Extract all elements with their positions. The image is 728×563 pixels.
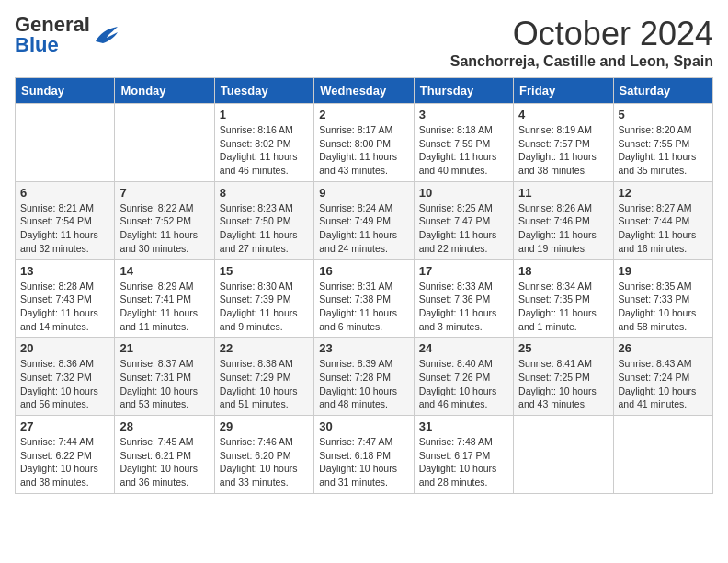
calendar-cell: 8Sunrise: 8:23 AM Sunset: 7:50 PM Daylig… [214, 181, 313, 259]
calendar-week-row: 27Sunrise: 7:44 AM Sunset: 6:22 PM Dayli… [16, 416, 713, 494]
day-info: Sunrise: 8:41 AM Sunset: 7:25 PM Dayligh… [518, 357, 608, 411]
calendar-cell [16, 104, 115, 182]
day-info: Sunrise: 8:34 AM Sunset: 7:35 PM Dayligh… [518, 280, 608, 334]
page-header: General Blue October 2024 Sanchorreja, C… [15, 15, 713, 70]
day-number: 30 [319, 419, 408, 433]
day-of-week-header: Monday [115, 78, 214, 104]
calendar-cell: 26Sunrise: 8:43 AM Sunset: 7:24 PM Dayli… [613, 338, 712, 416]
day-info: Sunrise: 8:21 AM Sunset: 7:54 PM Dayligh… [20, 201, 109, 256]
calendar-cell: 5Sunrise: 8:20 AM Sunset: 7:55 PM Daylig… [613, 104, 712, 182]
month-year-title: October 2024 [450, 15, 713, 53]
day-info: Sunrise: 8:24 AM Sunset: 7:49 PM Dayligh… [319, 201, 408, 256]
calendar-cell: 31Sunrise: 7:48 AM Sunset: 6:17 PM Dayli… [414, 416, 513, 494]
location-subtitle: Sanchorreja, Castille and Leon, Spain [450, 53, 713, 70]
calendar-cell: 15Sunrise: 8:30 AM Sunset: 7:39 PM Dayli… [214, 259, 313, 338]
title-block: October 2024 Sanchorreja, Castille and L… [450, 15, 713, 70]
logo-bird-icon [94, 25, 119, 45]
day-info: Sunrise: 8:25 AM Sunset: 7:47 PM Dayligh… [419, 201, 508, 256]
day-number: 24 [419, 341, 508, 355]
day-info: Sunrise: 7:44 AM Sunset: 6:22 PM Dayligh… [20, 435, 109, 489]
day-info: Sunrise: 8:36 AM Sunset: 7:32 PM Dayligh… [20, 357, 109, 411]
calendar-cell: 23Sunrise: 8:39 AM Sunset: 7:28 PM Dayli… [314, 338, 414, 416]
calendar-cell: 21Sunrise: 8:37 AM Sunset: 7:31 PM Dayli… [115, 338, 214, 416]
day-info: Sunrise: 7:46 AM Sunset: 6:20 PM Dayligh… [220, 435, 309, 489]
day-number: 15 [220, 264, 309, 278]
calendar-cell: 27Sunrise: 7:44 AM Sunset: 6:22 PM Dayli… [16, 416, 115, 494]
calendar-cell: 16Sunrise: 8:31 AM Sunset: 7:38 PM Dayli… [314, 259, 414, 338]
day-info: Sunrise: 8:19 AM Sunset: 7:57 PM Dayligh… [518, 123, 608, 178]
day-number: 3 [419, 108, 508, 121]
day-info: Sunrise: 8:37 AM Sunset: 7:31 PM Dayligh… [119, 357, 209, 411]
day-of-week-header: Thursday [414, 78, 513, 104]
day-number: 11 [518, 186, 608, 200]
calendar-cell: 19Sunrise: 8:35 AM Sunset: 7:33 PM Dayli… [613, 259, 712, 338]
day-number: 16 [319, 264, 408, 278]
day-info: Sunrise: 8:29 AM Sunset: 7:41 PM Dayligh… [119, 280, 209, 334]
day-number: 26 [619, 341, 708, 355]
calendar-cell: 10Sunrise: 8:25 AM Sunset: 7:47 PM Dayli… [414, 181, 513, 259]
calendar-cell: 25Sunrise: 8:41 AM Sunset: 7:25 PM Dayli… [514, 338, 613, 416]
day-number: 27 [20, 419, 109, 433]
day-number: 8 [220, 186, 309, 200]
calendar-cell: 9Sunrise: 8:24 AM Sunset: 7:49 PM Daylig… [314, 181, 414, 259]
day-number: 2 [319, 108, 408, 121]
day-info: Sunrise: 7:48 AM Sunset: 6:17 PM Dayligh… [419, 435, 508, 489]
calendar-cell: 6Sunrise: 8:21 AM Sunset: 7:54 PM Daylig… [16, 181, 115, 259]
day-info: Sunrise: 8:20 AM Sunset: 7:55 PM Dayligh… [619, 123, 708, 178]
calendar-cell: 7Sunrise: 8:22 AM Sunset: 7:52 PM Daylig… [115, 181, 214, 259]
day-number: 10 [419, 186, 508, 200]
day-of-week-header: Friday [514, 78, 613, 104]
calendar-week-row: 20Sunrise: 8:36 AM Sunset: 7:32 PM Dayli… [16, 338, 713, 416]
calendar-cell: 12Sunrise: 8:27 AM Sunset: 7:44 PM Dayli… [613, 181, 712, 259]
day-info: Sunrise: 8:40 AM Sunset: 7:26 PM Dayligh… [419, 357, 508, 411]
day-number: 23 [319, 341, 408, 355]
calendar-cell [514, 416, 613, 494]
calendar-cell: 4Sunrise: 8:19 AM Sunset: 7:57 PM Daylig… [514, 104, 613, 182]
day-info: Sunrise: 8:18 AM Sunset: 7:59 PM Dayligh… [419, 123, 508, 178]
day-number: 4 [518, 108, 608, 121]
day-number: 7 [119, 186, 209, 200]
day-number: 25 [518, 341, 608, 355]
day-number: 18 [518, 264, 608, 278]
day-info: Sunrise: 7:47 AM Sunset: 6:18 PM Dayligh… [319, 435, 408, 489]
day-info: Sunrise: 7:45 AM Sunset: 6:21 PM Dayligh… [119, 435, 209, 489]
day-number: 20 [20, 341, 109, 355]
calendar-cell [115, 104, 214, 182]
day-number: 29 [220, 419, 309, 433]
calendar-cell: 14Sunrise: 8:29 AM Sunset: 7:41 PM Dayli… [115, 259, 214, 338]
day-info: Sunrise: 8:28 AM Sunset: 7:43 PM Dayligh… [20, 280, 109, 334]
day-info: Sunrise: 8:43 AM Sunset: 7:24 PM Dayligh… [619, 357, 708, 411]
logo-blue-text: Blue [15, 35, 90, 55]
day-info: Sunrise: 8:39 AM Sunset: 7:28 PM Dayligh… [319, 357, 408, 411]
day-info: Sunrise: 8:26 AM Sunset: 7:46 PM Dayligh… [518, 201, 608, 256]
calendar-cell: 13Sunrise: 8:28 AM Sunset: 7:43 PM Dayli… [16, 259, 115, 338]
calendar-week-row: 13Sunrise: 8:28 AM Sunset: 7:43 PM Dayli… [16, 259, 713, 338]
calendar-cell: 30Sunrise: 7:47 AM Sunset: 6:18 PM Dayli… [314, 416, 414, 494]
day-number: 9 [319, 186, 408, 200]
calendar-cell: 2Sunrise: 8:17 AM Sunset: 8:00 PM Daylig… [314, 104, 414, 182]
day-of-week-header: Wednesday [314, 78, 414, 104]
day-number: 5 [619, 108, 708, 121]
day-number: 22 [220, 341, 309, 355]
calendar-week-row: 6Sunrise: 8:21 AM Sunset: 7:54 PM Daylig… [16, 181, 713, 259]
day-number: 19 [619, 264, 708, 278]
day-number: 6 [20, 186, 109, 200]
calendar-cell: 28Sunrise: 7:45 AM Sunset: 6:21 PM Dayli… [115, 416, 214, 494]
calendar-cell: 3Sunrise: 8:18 AM Sunset: 7:59 PM Daylig… [414, 104, 513, 182]
day-info: Sunrise: 8:16 AM Sunset: 8:02 PM Dayligh… [220, 123, 309, 178]
calendar-header-row: SundayMondayTuesdayWednesdayThursdayFrid… [16, 78, 713, 104]
calendar-cell: 11Sunrise: 8:26 AM Sunset: 7:46 PM Dayli… [514, 181, 613, 259]
day-number: 31 [419, 419, 508, 433]
logo: General Blue [15, 15, 119, 55]
day-of-week-header: Tuesday [214, 78, 313, 104]
calendar-cell: 1Sunrise: 8:16 AM Sunset: 8:02 PM Daylig… [214, 104, 313, 182]
day-number: 1 [220, 108, 309, 121]
day-number: 21 [119, 341, 209, 355]
calendar-week-row: 1Sunrise: 8:16 AM Sunset: 8:02 PM Daylig… [16, 104, 713, 182]
calendar-cell: 24Sunrise: 8:40 AM Sunset: 7:26 PM Dayli… [414, 338, 513, 416]
day-info: Sunrise: 8:38 AM Sunset: 7:29 PM Dayligh… [220, 357, 309, 411]
calendar-cell [613, 416, 712, 494]
calendar-cell: 17Sunrise: 8:33 AM Sunset: 7:36 PM Dayli… [414, 259, 513, 338]
day-info: Sunrise: 8:35 AM Sunset: 7:33 PM Dayligh… [619, 280, 708, 334]
day-info: Sunrise: 8:33 AM Sunset: 7:36 PM Dayligh… [419, 280, 508, 334]
